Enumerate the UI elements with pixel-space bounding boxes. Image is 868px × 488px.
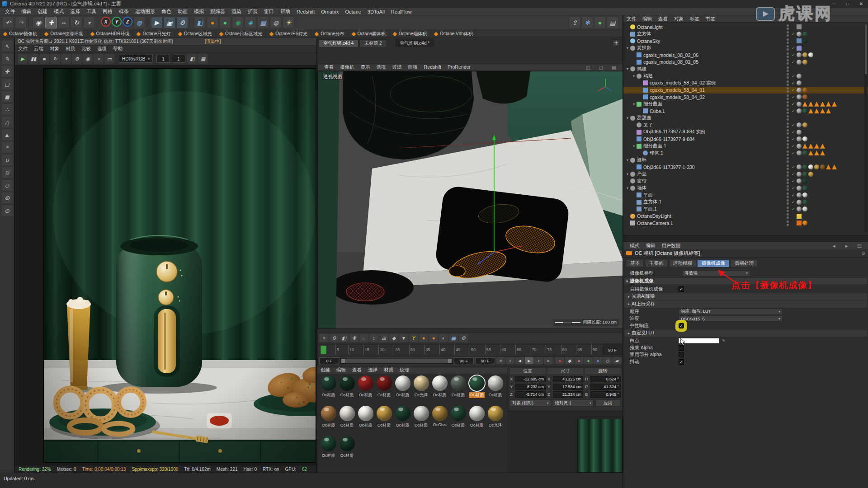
toolbar-icon[interactable]: ⇔ bbox=[58, 17, 70, 28]
object-row[interactable]: 球体.1 ✓ bbox=[623, 150, 868, 157]
attribute-checkbox[interactable] bbox=[679, 345, 684, 351]
toolbar-right-icon[interactable]: ⇪ bbox=[569, 17, 580, 28]
object-row[interactable]: 立方体.1 ✓ bbox=[623, 199, 868, 206]
expand-arrow-icon[interactable]: ▾ bbox=[625, 67, 630, 71]
render-visibility-dot[interactable] bbox=[787, 48, 789, 51]
object-tag-icon[interactable] bbox=[802, 52, 807, 57]
editor-visibility-dot[interactable] bbox=[787, 178, 789, 181]
object-tag-icon[interactable] bbox=[814, 108, 819, 113]
toolbar-icon[interactable]: ◍ bbox=[133, 17, 145, 28]
object-tag-icon[interactable] bbox=[814, 102, 819, 107]
object-tag-icon[interactable] bbox=[797, 150, 802, 155]
material-item[interactable]: Oc材质 bbox=[449, 406, 467, 436]
object-tag-icon[interactable] bbox=[797, 130, 802, 135]
left-tool-icon[interactable]: ◻ bbox=[2, 79, 13, 89]
object-tag-icon[interactable] bbox=[808, 150, 813, 155]
editor-visibility-dot[interactable] bbox=[787, 157, 789, 160]
material-item[interactable]: Oc材质 bbox=[449, 375, 467, 406]
object-name[interactable]: Obj3d66-1173977-1-330 bbox=[643, 164, 785, 170]
toolbar-icon[interactable]: ◧ bbox=[194, 17, 206, 28]
object-row[interactable]: OctaneLight bbox=[623, 23, 868, 31]
toolbar-icon[interactable]: Z bbox=[123, 17, 132, 27]
current-end-frame-field[interactable]: 90 F bbox=[454, 357, 474, 364]
end-frame-field[interactable]: 90 F bbox=[475, 357, 495, 364]
render-visibility-dot[interactable] bbox=[787, 70, 789, 72]
toolbar-icon[interactable]: ✚ bbox=[45, 17, 57, 28]
enable-checkmark[interactable]: ✓ bbox=[790, 46, 797, 50]
octane-shelf-item[interactable]: Octane Vdb体积 bbox=[431, 30, 477, 38]
viewport-menu-item[interactable]: 过滤 bbox=[389, 64, 405, 70]
viewport-corner-icon[interactable]: ▢ bbox=[595, 65, 606, 70]
live-viewer-icon[interactable]: ⌖ bbox=[94, 54, 104, 64]
render-visibility-dot[interactable] bbox=[787, 140, 789, 142]
object-name[interactable]: 墙体 bbox=[637, 185, 785, 191]
menu-item[interactable]: 帮助 bbox=[277, 8, 293, 15]
object-tag-icon[interactable] bbox=[808, 144, 813, 149]
animation-toolbar-icon[interactable]: ↔ bbox=[359, 334, 368, 342]
menu-item[interactable]: 扩展 bbox=[245, 8, 261, 15]
visibility-dots[interactable] bbox=[785, 101, 790, 107]
coordinate-input[interactable]: -8.232 cm bbox=[515, 384, 546, 390]
editor-visibility-dot[interactable] bbox=[787, 59, 789, 61]
render-visibility-dot[interactable] bbox=[787, 174, 789, 177]
object-name[interactable]: 产品 bbox=[637, 171, 785, 177]
enable-checkmark[interactable]: ✓ bbox=[790, 186, 797, 190]
live-viewer-icon[interactable]: ◉ bbox=[83, 54, 93, 64]
object-row[interactable]: ▾ 鸡腿 bbox=[623, 66, 868, 73]
object-tag-icon[interactable] bbox=[797, 24, 802, 29]
enable-checkmark[interactable]: ✓ bbox=[790, 95, 797, 99]
object-tag-icon[interactable] bbox=[802, 192, 807, 197]
object-name[interactable]: 要投影 bbox=[637, 45, 785, 51]
viewport-menu-item[interactable]: ProRender bbox=[444, 64, 474, 70]
coordinate-input[interactable]: 17.584 cm bbox=[553, 384, 583, 390]
timeline-playhead[interactable] bbox=[321, 346, 326, 354]
object-row[interactable]: cgaxis_models_58_04_01 ✓ bbox=[623, 87, 868, 94]
object-row[interactable]: Obj3d66-1173977-9-884 实例 ✓ bbox=[623, 129, 868, 136]
object-name[interactable]: 甜甜圈 bbox=[637, 115, 785, 121]
enable-checkmark[interactable]: ✓ bbox=[790, 123, 797, 127]
expand-arrow-icon[interactable]: ▾ bbox=[625, 186, 630, 190]
object-name[interactable]: OctaneDayLight bbox=[637, 213, 785, 219]
object-tag-icon[interactable] bbox=[797, 60, 802, 65]
material-item[interactable]: Oc材质 bbox=[430, 375, 449, 406]
editor-visibility-dot[interactable] bbox=[787, 221, 789, 223]
toolbar-icon[interactable]: X bbox=[101, 17, 111, 27]
editor-visibility-dot[interactable] bbox=[787, 164, 789, 167]
object-row[interactable]: Obj3d66-1173977-1-330 ✓ bbox=[623, 164, 868, 171]
animation-toolbar-icon[interactable]: ◧ bbox=[340, 334, 349, 342]
material-item[interactable]: Oc材质 bbox=[375, 375, 393, 406]
attribute-row[interactable]: ▸ 中性响应 ▾ ✎ bbox=[623, 322, 868, 329]
object-name[interactable]: OctaneCamera.1 bbox=[637, 221, 785, 226]
record-button[interactable]: ● bbox=[594, 357, 602, 364]
object-name[interactable]: cgaxis_models_58_04_02 实例 bbox=[650, 80, 785, 86]
material-menu-item[interactable]: 查看 bbox=[349, 367, 365, 373]
render-visibility-dot[interactable] bbox=[787, 168, 789, 170]
toolbar-icon[interactable]: ● bbox=[219, 17, 231, 28]
toolbar-icon[interactable] bbox=[147, 17, 149, 27]
enable-checkmark[interactable]: ✓ bbox=[790, 130, 797, 134]
object-row[interactable]: ▾ 细分曲面 ✓ bbox=[623, 101, 868, 108]
visibility-dots[interactable] bbox=[785, 199, 790, 205]
object-row[interactable]: OctaneSky bbox=[623, 38, 868, 45]
object-manager-menu-item[interactable]: 查看 bbox=[655, 16, 671, 22]
animation-toolbar-icon[interactable]: ✚ bbox=[349, 334, 359, 342]
render-visibility-dot[interactable] bbox=[787, 98, 789, 100]
object-row[interactable]: 叉子 ✓ bbox=[623, 122, 868, 129]
object-name[interactable]: Cube.1 bbox=[650, 108, 785, 114]
expand-arrow-icon[interactable]: ▾ bbox=[625, 158, 630, 162]
object-tag-icon[interactable] bbox=[808, 102, 813, 107]
material-menu-item[interactable]: 选择 bbox=[365, 367, 381, 373]
playback-button[interactable]: » bbox=[544, 357, 552, 364]
object-tag-icon[interactable] bbox=[797, 38, 802, 43]
live-viewer-menu-item[interactable]: 云端 bbox=[31, 46, 47, 52]
object-manager-menu-item[interactable]: 标签 bbox=[687, 16, 703, 22]
expand-arrow-icon[interactable]: ▾ bbox=[625, 172, 630, 176]
visibility-dots[interactable] bbox=[785, 136, 790, 142]
toolbar-icon[interactable]: ◉ bbox=[33, 17, 44, 28]
material-item[interactable]: Oc材质 bbox=[375, 406, 393, 436]
enable-checkmark[interactable]: ✓ bbox=[790, 53, 797, 57]
object-tag-icon[interactable] bbox=[797, 178, 802, 183]
object-tag-icon[interactable] bbox=[797, 94, 802, 99]
editor-visibility-dot[interactable] bbox=[787, 143, 789, 145]
attribute-row[interactable]: ▸ 光谱AI降噪 ▾ ✎ bbox=[624, 293, 867, 300]
